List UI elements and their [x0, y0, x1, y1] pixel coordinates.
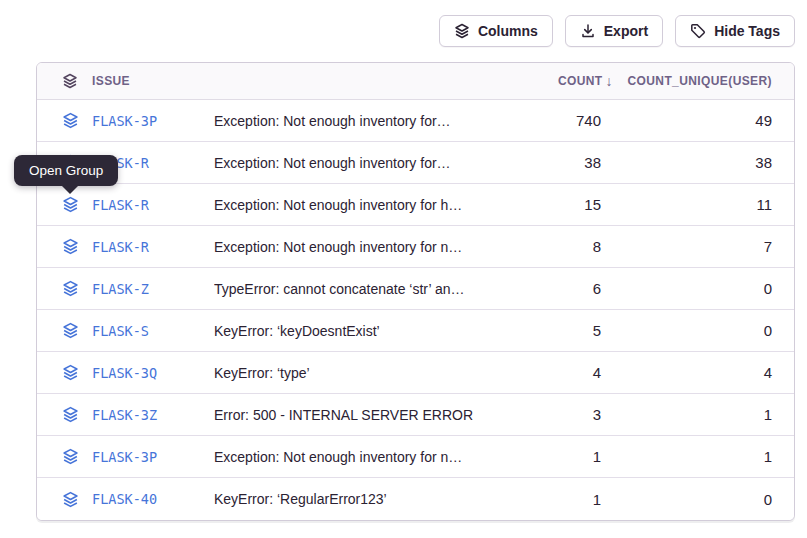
table-row[interactable]: FLASK-R Exception: Not enough inventory …: [37, 226, 794, 268]
hide-tags-button[interactable]: Hide Tags: [675, 15, 795, 47]
count-header-label: COUNT: [558, 74, 603, 88]
issue-link[interactable]: FLASK-3Z: [92, 407, 157, 423]
issue-title: KeyError: ‘keyDoesntExist’: [214, 323, 498, 339]
open-group-stack-icon[interactable]: [62, 322, 79, 339]
download-icon: [580, 23, 596, 39]
stack-icon: [454, 23, 470, 39]
tag-icon: [690, 23, 706, 39]
issue-link[interactable]: FLASK-40: [92, 491, 157, 507]
issue-title: KeyError: ‘RegularError123’: [214, 491, 498, 507]
issue-link[interactable]: FLASK-S: [92, 323, 149, 339]
issue-title: Exception: Not enough inventory for h…: [214, 197, 498, 213]
open-group-tooltip: Open Group: [14, 155, 118, 186]
count-value: 1: [498, 448, 613, 465]
columns-button[interactable]: Columns: [439, 15, 553, 47]
results-table: ISSUE COUNT ↓ COUNT_UNIQUE(USER) FLASK-3…: [36, 62, 795, 521]
toolbar: Columns Export Hide Tags: [439, 15, 795, 47]
issue-link[interactable]: FLASK-R: [92, 239, 149, 255]
count-value: 6: [498, 280, 613, 297]
table-row[interactable]: FLASK-3P Exception: Not enough inventory…: [37, 100, 794, 142]
count-value: 15: [498, 196, 613, 213]
table-row[interactable]: FLASK-R Exception: Not enough inventory …: [37, 142, 794, 184]
count-value: 4: [498, 364, 613, 381]
table-row[interactable]: FLASK-Z TypeError: cannot concatenate ‘s…: [37, 268, 794, 310]
open-group-stack-icon[interactable]: [62, 491, 79, 508]
column-header-issue[interactable]: ISSUE: [92, 74, 214, 88]
export-button[interactable]: Export: [565, 15, 663, 47]
issue-link[interactable]: FLASK-3Q: [92, 365, 157, 381]
count-unique-value: 38: [613, 154, 794, 171]
count-unique-value: 1: [613, 406, 794, 423]
issue-title: TypeError: cannot concatenate ‘str’ an…: [214, 281, 498, 297]
count-unique-value: 7: [613, 238, 794, 255]
issue-link[interactable]: FLASK-Z: [92, 281, 149, 297]
count-unique-value: 0: [613, 491, 794, 508]
count-value: 5: [498, 322, 613, 339]
table-row[interactable]: FLASK-40 KeyError: ‘RegularError123’ 1 0: [37, 478, 794, 520]
column-header-count[interactable]: COUNT ↓: [498, 73, 613, 89]
count-unique-value: 0: [613, 322, 794, 339]
table-body: FLASK-3P Exception: Not enough inventory…: [37, 100, 794, 520]
export-button-label: Export: [604, 23, 648, 39]
issue-title: Error: 500 - INTERNAL SERVER ERROR: [214, 407, 498, 423]
open-group-stack-icon[interactable]: [62, 112, 79, 129]
issue-link[interactable]: FLASK-3P: [92, 113, 157, 129]
table-row[interactable]: FLASK-3P Exception: Not enough inventory…: [37, 436, 794, 478]
table-row[interactable]: FLASK-R Exception: Not enough inventory …: [37, 184, 794, 226]
count-value: 3: [498, 406, 613, 423]
issue-link[interactable]: FLASK-3P: [92, 449, 157, 465]
issue-link[interactable]: FLASK-R: [92, 197, 149, 213]
columns-button-label: Columns: [478, 23, 538, 39]
open-group-stack-icon[interactable]: [62, 196, 79, 213]
table-header-row: ISSUE COUNT ↓ COUNT_UNIQUE(USER): [37, 63, 794, 100]
issue-header-stack-icon: [37, 73, 92, 89]
count-unique-value: 11: [613, 196, 794, 213]
open-group-stack-icon[interactable]: [62, 280, 79, 297]
tooltip-label: Open Group: [29, 163, 103, 178]
count-unique-value: 0: [613, 280, 794, 297]
open-group-stack-icon[interactable]: [62, 238, 79, 255]
open-group-stack-icon[interactable]: [62, 364, 79, 381]
count-value: 38: [498, 154, 613, 171]
count-unique-value: 1: [613, 448, 794, 465]
issue-title: Exception: Not enough inventory for n…: [214, 449, 498, 465]
count-unique-value: 4: [613, 364, 794, 381]
open-group-stack-icon[interactable]: [62, 448, 79, 465]
issue-title: Exception: Not enough inventory for…: [214, 113, 498, 129]
sort-descending-icon: ↓: [606, 73, 613, 89]
issue-title: Exception: Not enough inventory for…: [214, 155, 498, 171]
issue-title: Exception: Not enough inventory for n…: [214, 239, 498, 255]
count-value: 8: [498, 238, 613, 255]
hide-tags-button-label: Hide Tags: [714, 23, 780, 39]
table-row[interactable]: FLASK-3Z Error: 500 - INTERNAL SERVER ER…: [37, 394, 794, 436]
table-row[interactable]: FLASK-S KeyError: ‘keyDoesntExist’ 5 0: [37, 310, 794, 352]
count-value: 1: [498, 491, 613, 508]
open-group-stack-icon[interactable]: [62, 406, 79, 423]
table-row[interactable]: FLASK-3Q KeyError: ‘type’ 4 4: [37, 352, 794, 394]
issue-title: KeyError: ‘type’: [214, 365, 498, 381]
count-unique-value: 49: [613, 112, 794, 129]
count-value: 740: [498, 112, 613, 129]
column-header-count-unique[interactable]: COUNT_UNIQUE(USER): [613, 74, 794, 88]
